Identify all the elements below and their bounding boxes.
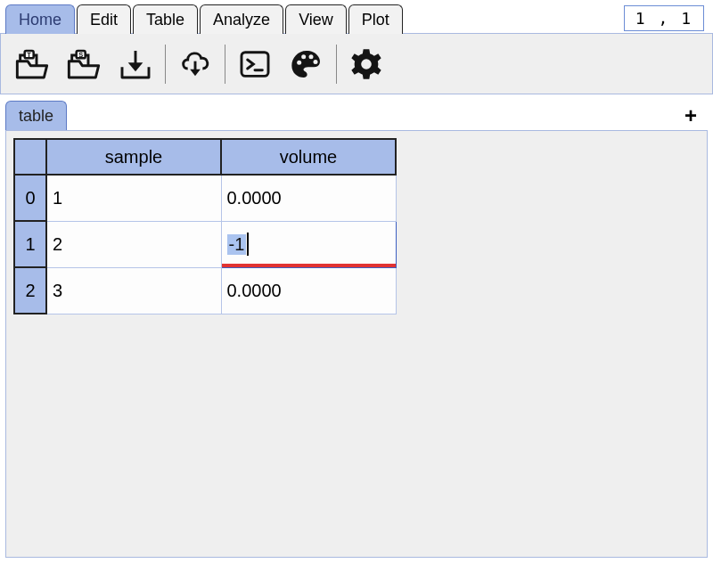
svg-point-10 [361, 59, 372, 69]
toolbar-separator [225, 45, 225, 84]
table-row: 2 3 0.0000 [14, 267, 396, 314]
text-caret [247, 233, 249, 256]
open-script-button[interactable]: S [61, 42, 106, 86]
palette-button[interactable] [284, 42, 329, 86]
row-header[interactable]: 1 [14, 221, 46, 267]
svg-text:S: S [78, 50, 83, 58]
svg-point-8 [309, 54, 314, 59]
svg-point-7 [301, 54, 306, 59]
toolbar-separator [336, 45, 337, 84]
cell-position-indicator: 1 , 1 [624, 5, 704, 31]
menu-tab-home[interactable]: Home [5, 4, 75, 34]
svg-point-6 [297, 60, 301, 64]
menu-tab-view[interactable]: View [285, 4, 347, 34]
subtab-bar: table + [0, 94, 713, 130]
cloud-download-button[interactable] [173, 42, 217, 86]
table-corner-cell[interactable] [14, 139, 46, 175]
menu-tab-edit[interactable]: Edit [77, 4, 131, 34]
settings-icon [348, 46, 384, 82]
console-button[interactable] [233, 42, 277, 86]
open-text-icon: T [14, 46, 50, 82]
cell-volume[interactable]: 0.0000 [221, 267, 396, 314]
error-underline [222, 264, 396, 267]
column-header-sample[interactable]: sample [46, 139, 221, 175]
toolbar-separator [165, 45, 166, 84]
menu-tab-plot[interactable]: Plot [348, 4, 403, 34]
open-script-icon: S [66, 46, 102, 82]
open-text-button[interactable]: T [10, 42, 54, 86]
subtab-table[interactable]: table [5, 101, 67, 130]
editing-selected-text: -1 [227, 234, 247, 255]
console-icon [237, 46, 273, 82]
row-header[interactable]: 2 [14, 267, 46, 314]
palette-icon [289, 46, 324, 82]
toolbar: T S [0, 34, 713, 94]
cell-sample[interactable]: 2 [46, 221, 221, 267]
cell-sample[interactable]: 1 [46, 175, 221, 221]
row-header[interactable]: 0 [14, 175, 46, 221]
menu-tab-table[interactable]: Table [133, 4, 198, 34]
menu-bar: Home Edit Table Analyze View Plot 1 , 1 [0, 0, 713, 34]
column-header-volume[interactable]: volume [221, 139, 396, 175]
data-table: sample volume 0 1 0.0000 1 2 -1 2 3 0.00… [13, 138, 397, 314]
svg-text:T: T [27, 50, 31, 58]
cloud-download-icon [177, 46, 213, 82]
cell-volume[interactable]: 0.0000 [221, 175, 396, 221]
cell-sample[interactable]: 3 [46, 267, 221, 314]
cell-volume-editing[interactable]: -1 [221, 221, 396, 267]
settings-button[interactable] [344, 42, 389, 86]
table-row: 1 2 -1 [14, 221, 396, 267]
table-area: sample volume 0 1 0.0000 1 2 -1 2 3 0.00… [5, 130, 708, 558]
add-tab-button[interactable]: + [684, 103, 697, 128]
svg-point-9 [314, 60, 318, 64]
save-button[interactable] [113, 42, 158, 86]
menu-tab-analyze[interactable]: Analyze [200, 4, 283, 34]
save-icon [118, 46, 153, 82]
table-row: 0 1 0.0000 [14, 175, 396, 221]
